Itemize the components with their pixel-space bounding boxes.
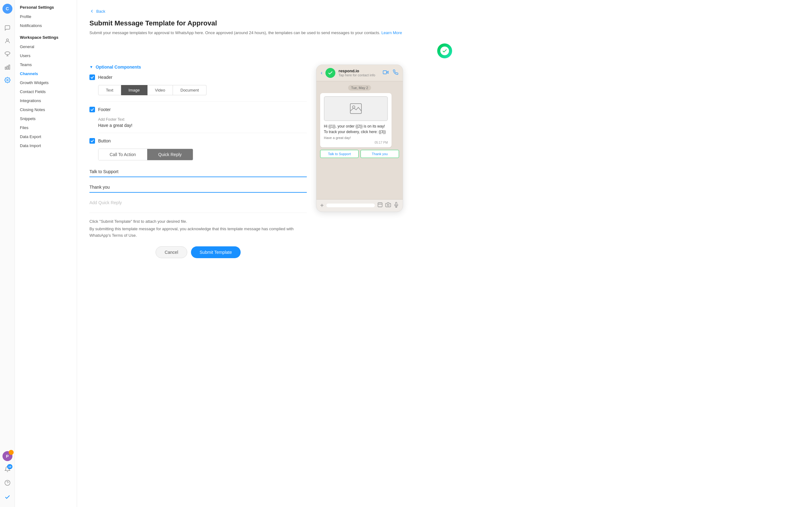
phone-call-icon[interactable]: [393, 69, 398, 76]
phone-send-icons: [377, 202, 399, 209]
tab-call-to-action[interactable]: Call To Action: [98, 149, 147, 160]
footer-label: Footer: [98, 107, 110, 112]
sidebar-item-users[interactable]: Users: [15, 51, 77, 60]
nav-icon-conversations[interactable]: [2, 22, 13, 34]
divider-2: [98, 133, 307, 133]
nav-icon-help[interactable]: [2, 477, 13, 488]
svg-point-5: [5, 480, 10, 486]
notice-line1: Click "Submit Template" first to attach …: [90, 218, 307, 225]
notice-area: Click "Submit Template" first to attach …: [90, 218, 307, 239]
footer-checkbox-row: Footer: [90, 107, 307, 112]
notifications-button[interactable]: 10: [2, 464, 12, 474]
phone-avatar: [325, 68, 335, 78]
footer-checkbox[interactable]: [90, 107, 95, 112]
divider-1: [98, 102, 307, 102]
tab-header-image[interactable]: Image: [121, 85, 148, 95]
header-checkbox[interactable]: [90, 74, 95, 80]
thank-you-input[interactable]: [90, 182, 307, 193]
talk-to-support-input[interactable]: [90, 167, 307, 177]
cancel-button[interactable]: Cancel: [156, 246, 187, 258]
button-checkbox[interactable]: [90, 138, 95, 144]
button-label: Button: [98, 138, 110, 144]
phone-contact-sub: Tap here for contact info: [339, 73, 380, 77]
date-chip: Tue, May 2: [320, 85, 399, 90]
phone-contact-name: respond.io: [339, 68, 380, 73]
sidebar-item-files[interactable]: Files: [15, 123, 77, 132]
header-tab-group: Text Image Video Document: [98, 85, 307, 95]
footer-field-label: Add Footer Text: [98, 117, 307, 122]
sidebar-item-growth-widgets[interactable]: Growth Widgets: [15, 78, 77, 87]
tab-header-video[interactable]: Video: [148, 85, 173, 95]
notification-count-badge: 10: [7, 464, 12, 469]
tab-header-document[interactable]: Document: [173, 85, 206, 95]
phone-message-input[interactable]: [326, 204, 375, 207]
button-type-tab-group: Call To Action Quick Reply: [98, 149, 193, 160]
phone-plus-icon[interactable]: +: [320, 202, 324, 209]
nav-icon-broadcasts[interactable]: [2, 48, 13, 60]
user-avatar[interactable]: P: [2, 451, 12, 461]
sidebar-item-teams[interactable]: Teams: [15, 60, 77, 69]
footer-field-area: Add Footer Text Have a great day!: [98, 117, 307, 128]
nav-icon-reports[interactable]: [2, 61, 13, 73]
form-area: ▼ Optional Components Header Text Image …: [90, 64, 800, 258]
phone-contact-info: respond.io Tap here for contact info: [339, 68, 380, 77]
tab-quick-reply[interactable]: Quick Reply: [147, 149, 193, 160]
sidebar-item-general[interactable]: General: [15, 42, 77, 51]
qr-btn-talk-to-support[interactable]: Talk to Support: [320, 150, 359, 158]
svg-point-13: [387, 204, 389, 206]
sidebar-item-closing-notes[interactable]: Closing Notes: [15, 105, 77, 114]
sidebar-item-data-export[interactable]: Data Export: [15, 132, 77, 141]
optional-components-header[interactable]: ▼ Optional Components: [90, 64, 307, 69]
svg-point-4: [6, 79, 8, 81]
learn-more-link[interactable]: Learn More: [381, 31, 402, 35]
quick-reply-buttons: Talk to Support Thank you: [320, 150, 399, 158]
user-badge: [9, 450, 14, 455]
sidebar-item-snippets[interactable]: Snippets: [15, 114, 77, 123]
svg-rect-1: [5, 67, 6, 69]
button-checkbox-row: Button: [90, 138, 307, 144]
svg-rect-11: [378, 203, 382, 207]
phone-header: ‹ respond.io Tap here for contact info: [316, 65, 403, 81]
svg-rect-3: [9, 65, 10, 69]
phone-footer: +: [316, 199, 403, 212]
add-quick-reply-placeholder[interactable]: Add Quick Reply: [90, 198, 307, 208]
sidebar-item-notifications[interactable]: Notifications: [15, 21, 77, 30]
logo-area: [90, 44, 800, 58]
page-title: Submit Message Template for Approval: [90, 19, 800, 27]
sidebar-item-data-import[interactable]: Data Import: [15, 141, 77, 150]
message-footer: Have a great day!: [324, 136, 388, 139]
back-button[interactable]: Back: [90, 9, 800, 14]
phone-action-icons: [383, 69, 398, 76]
sidebar-item-profile[interactable]: Profile: [15, 12, 77, 21]
nav-icon-settings[interactable]: [2, 74, 13, 86]
personal-settings-label: Personal Settings: [20, 5, 72, 10]
emoji-icon[interactable]: [377, 202, 383, 209]
mic-icon[interactable]: [394, 202, 399, 209]
sidebar-item-contact-fields[interactable]: Contact Fields: [15, 87, 77, 96]
main-content: Back Submit Message Template for Approva…: [77, 0, 812, 507]
app-avatar[interactable]: C: [2, 4, 12, 14]
sidebar-item-integrations[interactable]: Integrations: [15, 96, 77, 105]
workspace-settings-label: Workspace Settings: [20, 35, 72, 40]
phone-body: Tue, May 2 Hi {{1}}, your order {{2}} is…: [316, 81, 403, 199]
footer-field-value: Have a great day!: [98, 123, 307, 128]
tab-header-text[interactable]: Text: [98, 85, 121, 95]
nav-icon-checkmark[interactable]: [2, 492, 13, 503]
submit-template-button[interactable]: Submit Template: [191, 246, 241, 258]
notice-line2: By submitting this template message for …: [90, 226, 307, 239]
form-left: ▼ Optional Components Header Text Image …: [90, 64, 307, 258]
video-call-icon[interactable]: [383, 69, 389, 76]
phone-back-icon[interactable]: ‹: [321, 70, 322, 76]
header-checkbox-row: Header: [90, 74, 307, 80]
camera-icon[interactable]: [385, 202, 391, 209]
qr-btn-thank-you[interactable]: Thank you: [360, 150, 399, 158]
sidebar-item-channels[interactable]: Channels: [15, 69, 77, 78]
divider-3: [90, 213, 307, 213]
action-buttons: Cancel Submit Template: [90, 246, 307, 258]
svg-rect-8: [383, 70, 387, 74]
left-icon-nav: C P 10: [0, 0, 15, 507]
settings-sidebar: Personal Settings Profile Notifications …: [15, 0, 77, 507]
header-label: Header: [98, 75, 112, 80]
nav-icon-contacts[interactable]: [2, 35, 13, 47]
svg-point-0: [6, 39, 8, 41]
